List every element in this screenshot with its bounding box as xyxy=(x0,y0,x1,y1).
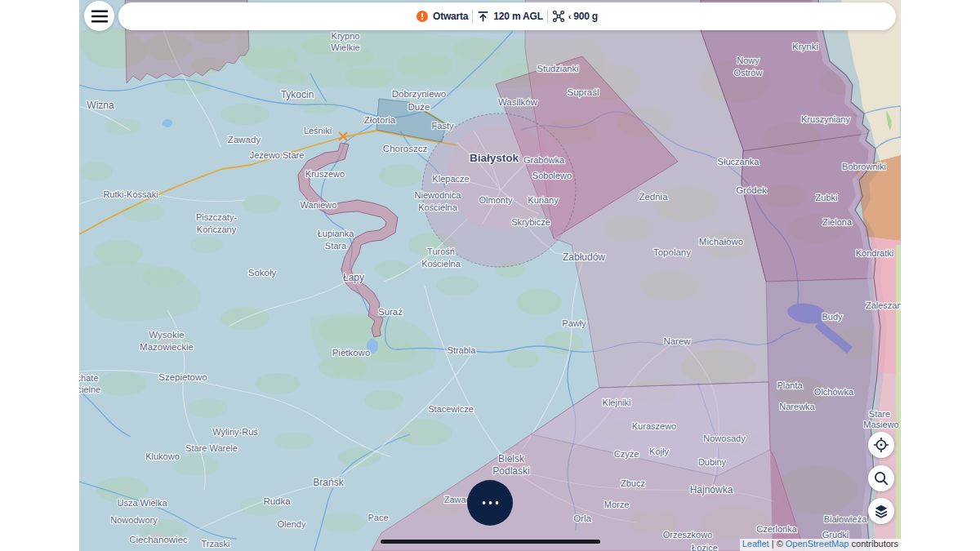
svg-text:Studzianki: Studzianki xyxy=(537,64,579,73)
svg-text:Supraśl: Supraśl xyxy=(568,87,599,97)
svg-text:Stacewicze: Stacewicze xyxy=(428,404,474,414)
svg-text:Podlaski: Podlaski xyxy=(492,465,529,477)
svg-text:Stare Warele: Stare Warele xyxy=(185,443,238,453)
svg-text:Wyliny-Ruś: Wyliny-Ruś xyxy=(212,427,258,437)
svg-text:Rutki-Kossaki: Rutki-Kossaki xyxy=(103,189,158,199)
svg-text:Jeżewo Stare: Jeżewo Stare xyxy=(250,150,305,160)
svg-text:Kojły: Kojły xyxy=(649,447,669,456)
svg-text:Nowodwory: Nowodwory xyxy=(110,515,158,525)
svg-text:Masiewo: Masiewo xyxy=(863,420,898,429)
svg-text:Wasilków: Wasilków xyxy=(498,97,538,107)
svg-text:Morze: Morze xyxy=(604,500,630,509)
svg-text:Zawady: Zawady xyxy=(228,135,261,144)
svg-text:Olendy: Olendy xyxy=(278,519,306,529)
svg-text:Nowosady: Nowosady xyxy=(703,433,746,443)
svg-text:Olchówka: Olchówka xyxy=(814,387,854,397)
svg-text:Klejniki: Klejniki xyxy=(603,398,631,407)
svg-text:Stare: Stare xyxy=(869,409,890,419)
svg-text:Złotoria: Złotoria xyxy=(364,115,396,125)
svg-text:ochate: ochate xyxy=(79,373,99,383)
svg-text:Grabówka: Grabówka xyxy=(523,155,565,165)
svg-text:Olmonty: Olmonty xyxy=(479,195,513,205)
svg-text:Kuriany: Kuriany xyxy=(528,195,559,205)
svg-text:Wielkie: Wielkie xyxy=(331,42,359,52)
svg-text:ścielne: ścielne xyxy=(79,384,100,394)
svg-text:Orla: Orla xyxy=(573,513,591,523)
svg-text:Leśniki: Leśniki xyxy=(304,126,332,136)
svg-text:Krypno: Krypno xyxy=(332,31,360,41)
svg-text:Sokoły: Sokoły xyxy=(248,268,277,278)
svg-text:Kruszewo: Kruszewo xyxy=(305,169,345,179)
svg-text:Kruszyniany: Kruszyniany xyxy=(801,114,850,124)
svg-text:Hajnówka: Hajnówka xyxy=(690,484,733,495)
svg-text:Sobolewo: Sobolewo xyxy=(532,171,572,180)
svg-text:Zielona: Zielona xyxy=(822,217,853,227)
svg-text:Fasty: Fasty xyxy=(432,121,454,131)
svg-text:Kondratki: Kondratki xyxy=(856,248,893,258)
svg-text:Czerlonka: Czerlonka xyxy=(756,524,797,534)
svg-text:Mazowieckie: Mazowieckie xyxy=(140,342,194,352)
svg-text:Bielsk: Bielsk xyxy=(498,453,525,464)
svg-text:Zabłudów: Zabłudów xyxy=(563,251,605,263)
svg-text:Czyże: Czyże xyxy=(614,449,639,459)
svg-text:Budy: Budy xyxy=(822,312,843,322)
svg-text:Narewka: Narewka xyxy=(779,402,815,411)
svg-text:Skrybicze: Skrybicze xyxy=(511,217,550,227)
svg-text:Białowieża: Białowieża xyxy=(824,514,867,524)
svg-text:Waniewo: Waniewo xyxy=(301,200,337,210)
svg-text:Suraż: Suraż xyxy=(378,307,403,317)
svg-text:Planta: Planta xyxy=(777,380,803,390)
svg-text:Kościelna: Kościelna xyxy=(418,202,458,212)
svg-text:Łupianka: Łupianka xyxy=(318,229,355,238)
svg-text:Pawły: Pawły xyxy=(562,318,586,328)
svg-text:Krynki: Krynki xyxy=(792,42,818,51)
svg-text:Gródek: Gródek xyxy=(736,185,767,195)
svg-text:Zubki: Zubki xyxy=(816,193,838,202)
svg-text:Usza Wielka: Usza Wielka xyxy=(117,498,167,508)
svg-text:Choroszcz: Choroszcz xyxy=(383,144,428,153)
svg-text:Słuczanka: Słuczanka xyxy=(718,157,760,167)
svg-text:Żednia: Żednia xyxy=(639,192,668,202)
svg-text:Łozice: Łozice xyxy=(692,543,718,551)
svg-text:Zaleszany: Zaleszany xyxy=(866,300,901,310)
svg-text:Dobrzyniewo: Dobrzyniewo xyxy=(392,89,446,99)
svg-text:Dubiny: Dubiny xyxy=(698,457,727,467)
svg-text:Piszczaty-: Piszczaty- xyxy=(196,212,237,222)
svg-text:Pace: Pace xyxy=(368,513,388,522)
svg-text:Stara: Stara xyxy=(325,241,347,251)
svg-text:Zbucz: Zbucz xyxy=(621,478,645,488)
svg-text:Bobrowniki: Bobrowniki xyxy=(842,162,886,171)
svg-text:Michałowo: Michałowo xyxy=(699,237,743,247)
svg-text:Narew: Narew xyxy=(663,336,691,346)
svg-text:Ostrów: Ostrów xyxy=(734,68,763,78)
svg-text:Wysokie: Wysokie xyxy=(149,330,184,340)
svg-text:Kościelna: Kościelna xyxy=(421,259,461,269)
svg-text:Białystok: Białystok xyxy=(470,152,519,164)
svg-text:Ciechanowiec: Ciechanowiec xyxy=(129,535,188,544)
svg-text:Orzeszkowo: Orzeszkowo xyxy=(663,530,713,540)
svg-text:Kuraszewo: Kuraszewo xyxy=(632,421,676,431)
svg-text:Pietkowo: Pietkowo xyxy=(332,348,371,358)
svg-text:Łapy: Łapy xyxy=(343,272,364,283)
svg-text:Szepietowo: Szepietowo xyxy=(158,372,207,382)
svg-text:Brańsk: Brańsk xyxy=(313,477,344,488)
svg-text:Tykocin: Tykocin xyxy=(281,89,314,100)
svg-text:Klukowo: Klukowo xyxy=(145,451,180,461)
svg-text:Strabla: Strabla xyxy=(448,345,477,355)
svg-text:Trzaski: Trzaski xyxy=(201,539,229,549)
svg-text:Klepacze: Klepacze xyxy=(432,174,469,184)
svg-text:Niewodnica: Niewodnica xyxy=(415,190,462,200)
svg-text:Turośń: Turośń xyxy=(427,247,455,256)
svg-text:Nowy: Nowy xyxy=(737,56,760,65)
svg-text:Duże: Duże xyxy=(408,102,430,112)
svg-text:Wizna: Wizna xyxy=(87,100,114,111)
svg-text:Kończany: Kończany xyxy=(197,224,237,234)
svg-text:Rudka: Rudka xyxy=(263,496,291,506)
svg-text:Topolany: Topolany xyxy=(653,247,691,257)
